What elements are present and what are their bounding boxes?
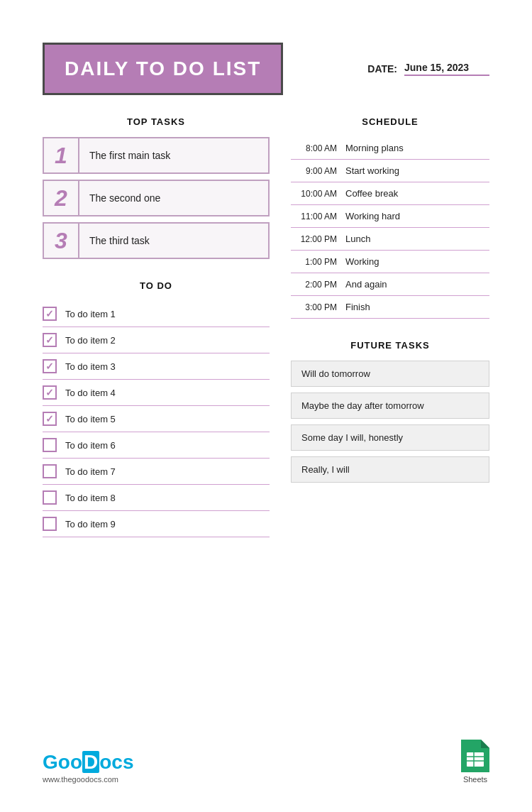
todo-checkbox[interactable] (43, 412, 57, 426)
logo-url: www.thegoodocs.com (43, 775, 133, 784)
todo-label: To do item 3 (65, 361, 116, 372)
todo-label: To do item 7 (65, 466, 116, 477)
todo-list: To do item 1 To do item 2 To do item 3 T… (43, 301, 270, 537)
todo-item[interactable]: To do item 6 (43, 432, 270, 459)
page-title: DAILY TO DO LIST (65, 57, 261, 80)
main-content: TOP TASKS 1 The first main task 2 The se… (43, 116, 489, 697)
schedule-event: And again (345, 279, 387, 290)
schedule-time: 8:00 AM (291, 143, 337, 153)
schedule-event: Working (345, 256, 379, 267)
svg-marker-1 (481, 740, 489, 748)
task-number: 1 (44, 138, 79, 172)
schedule-event: Coffee break (345, 188, 398, 199)
schedule-event: Finish (345, 302, 370, 312)
sheets-label: Sheets (463, 775, 487, 784)
todo-checkbox[interactable] (43, 490, 57, 505)
future-tasks-list: Will do tomorrowMaybe the day after tomo… (291, 361, 489, 483)
schedule-time: 1:00 PM (291, 257, 337, 267)
logo-text: GooDocs (43, 751, 133, 774)
todo-item[interactable]: To do item 2 (43, 327, 270, 353)
date-value: June 15, 2023 (404, 62, 489, 76)
todo-title: TO DO (43, 280, 270, 291)
schedule-row: 8:00 AM Morning plans (291, 137, 489, 160)
schedule-row: 2:00 PM And again (291, 273, 489, 296)
todo-item[interactable]: To do item 9 (43, 511, 270, 537)
top-tasks-section: TOP TASKS 1 The first main task 2 The se… (43, 116, 270, 259)
schedule-row: 12:00 PM Lunch (291, 228, 489, 251)
svg-rect-2 (467, 752, 484, 767)
right-column: SCHEDULE 8:00 AM Morning plans 9:00 AM S… (291, 116, 489, 697)
future-task-item: Maybe the day after tomorrow (291, 393, 489, 419)
schedule-time: 10:00 AM (291, 189, 337, 199)
schedule-row: 3:00 PM Finish (291, 296, 489, 319)
date-section: DATE: June 15, 2023 (367, 62, 489, 76)
todo-checkbox[interactable] (43, 333, 57, 347)
todo-checkbox[interactable] (43, 307, 57, 321)
task-number: 3 (44, 224, 79, 258)
task-text: The third task (79, 228, 268, 253)
schedule-title: SCHEDULE (291, 116, 489, 127)
schedule-time: 11:00 AM (291, 212, 337, 221)
todo-checkbox[interactable] (43, 438, 57, 452)
sheets-icon-section: Sheets (461, 740, 489, 784)
title-box: DAILY TO DO LIST (43, 43, 283, 95)
todo-label: To do item 5 (65, 414, 116, 424)
todo-item[interactable]: To do item 8 (43, 485, 270, 511)
future-tasks-section: FUTURE TASKS Will do tomorrowMaybe the d… (291, 340, 489, 483)
top-task-item: 2 The second one (43, 180, 270, 216)
task-text: The second one (79, 185, 268, 211)
todo-label: To do item 6 (65, 440, 116, 451)
todo-section: TO DO To do item 1 To do item 2 To do it… (43, 280, 270, 537)
top-tasks-list: 1 The first main task 2 The second one 3… (43, 137, 270, 259)
gooddocs-logo: GooDocs www.thegoodocs.com (43, 751, 133, 784)
todo-checkbox[interactable] (43, 517, 57, 531)
schedule-event: Lunch (345, 234, 370, 244)
todo-item[interactable]: To do item 3 (43, 353, 270, 380)
schedule-row: 9:00 AM Start working (291, 160, 489, 182)
future-task-item: Some day I will, honestly (291, 424, 489, 451)
task-number: 2 (44, 181, 79, 215)
todo-label: To do item 1 (65, 309, 116, 319)
top-tasks-title: TOP TASKS (43, 116, 270, 127)
schedule-time: 3:00 PM (291, 302, 337, 312)
todo-label: To do item 2 (65, 335, 116, 346)
todo-item[interactable]: To do item 5 (43, 406, 270, 432)
todo-checkbox[interactable] (43, 464, 57, 478)
todo-item[interactable]: To do item 4 (43, 380, 270, 406)
future-tasks-title: FUTURE TASKS (291, 340, 489, 351)
schedule-time: 2:00 PM (291, 280, 337, 290)
schedule-time: 9:00 AM (291, 166, 337, 176)
todo-label: To do item 8 (65, 493, 116, 503)
schedule-event: Start working (345, 165, 399, 176)
todo-checkbox[interactable] (43, 359, 57, 373)
todo-checkbox[interactable] (43, 385, 57, 400)
task-text: The first main task (79, 143, 268, 168)
schedule-event: Working hard (345, 211, 400, 221)
sheets-icon-svg (461, 740, 489, 772)
schedule-row: 1:00 PM Working (291, 251, 489, 273)
header: DAILY TO DO LIST DATE: June 15, 2023 (43, 43, 489, 95)
todo-item[interactable]: To do item 1 (43, 301, 270, 327)
date-label: DATE: (367, 63, 397, 75)
schedule-list: 8:00 AM Morning plans 9:00 AM Start work… (291, 137, 489, 319)
left-column: TOP TASKS 1 The first main task 2 The se… (43, 116, 270, 697)
page: DAILY TO DO LIST DATE: June 15, 2023 TOP… (0, 0, 532, 812)
schedule-section: SCHEDULE 8:00 AM Morning plans 9:00 AM S… (291, 116, 489, 319)
schedule-row: 10:00 AM Coffee break (291, 182, 489, 205)
todo-item[interactable]: To do item 7 (43, 459, 270, 485)
footer: GooDocs www.thegoodocs.com Sheets (43, 725, 489, 784)
future-task-item: Really, I will (291, 456, 489, 483)
top-task-item: 1 The first main task (43, 137, 270, 174)
todo-label: To do item 4 (65, 388, 116, 398)
schedule-row: 11:00 AM Working hard (291, 205, 489, 228)
top-task-item: 3 The third task (43, 222, 270, 259)
todo-label: To do item 9 (65, 519, 116, 530)
future-task-item: Will do tomorrow (291, 361, 489, 387)
schedule-event: Morning plans (345, 143, 404, 153)
schedule-time: 12:00 PM (291, 234, 337, 244)
